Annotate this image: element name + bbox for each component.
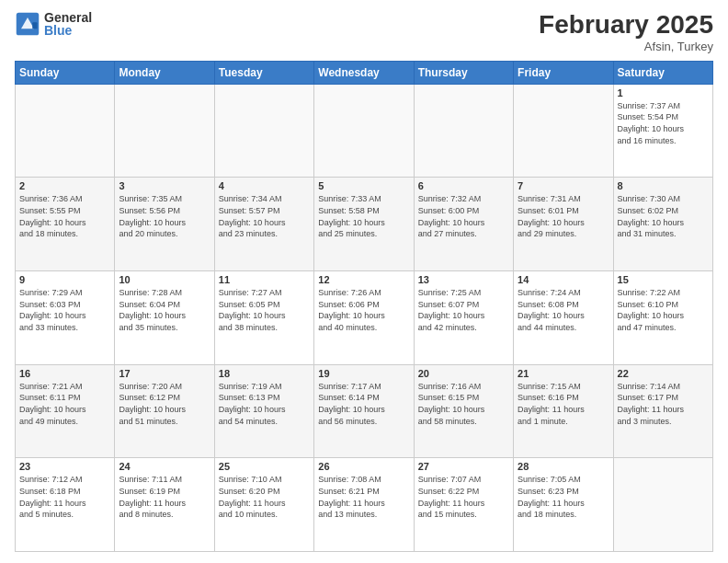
day-info: Sunrise: 7:26 AM Sunset: 6:06 PM Dayligh… (318, 287, 409, 333)
calendar-cell (115, 84, 214, 178)
weekday-header-thursday: Thursday (414, 61, 513, 84)
week-row-5: 23Sunrise: 7:12 AM Sunset: 6:18 PM Dayli… (16, 458, 713, 552)
day-info: Sunrise: 7:17 AM Sunset: 6:14 PM Dayligh… (318, 381, 409, 427)
calendar-cell: 23Sunrise: 7:12 AM Sunset: 6:18 PM Dayli… (16, 458, 115, 552)
day-info: Sunrise: 7:11 AM Sunset: 6:19 PM Dayligh… (119, 474, 210, 520)
week-row-2: 2Sunrise: 7:36 AM Sunset: 5:55 PM Daylig… (16, 178, 713, 271)
day-number: 11 (219, 274, 310, 285)
calendar-cell (613, 458, 712, 552)
location-subtitle: Afsin, Turkey (539, 40, 713, 53)
day-info: Sunrise: 7:27 AM Sunset: 6:05 PM Dayligh… (219, 287, 310, 333)
month-title: February 2025 (539, 11, 713, 40)
day-number: 26 (318, 461, 409, 472)
calendar-cell (514, 84, 613, 178)
calendar-cell: 21Sunrise: 7:15 AM Sunset: 6:16 PM Dayli… (514, 364, 613, 458)
calendar-cell: 6Sunrise: 7:32 AM Sunset: 6:00 PM Daylig… (414, 178, 513, 271)
day-info: Sunrise: 7:35 AM Sunset: 5:56 PM Dayligh… (119, 193, 210, 239)
calendar-cell: 14Sunrise: 7:24 AM Sunset: 6:08 PM Dayli… (514, 271, 613, 365)
logo-general-text: General (44, 11, 92, 24)
day-number: 1 (618, 87, 709, 98)
calendar-cell: 24Sunrise: 7:11 AM Sunset: 6:19 PM Dayli… (115, 458, 214, 552)
calendar-cell: 17Sunrise: 7:20 AM Sunset: 6:12 PM Dayli… (115, 364, 214, 458)
day-number: 27 (418, 461, 509, 472)
day-number: 8 (618, 180, 709, 191)
day-info: Sunrise: 7:33 AM Sunset: 5:58 PM Dayligh… (318, 193, 409, 239)
calendar-cell (314, 84, 414, 178)
calendar-cell: 18Sunrise: 7:19 AM Sunset: 6:13 PM Dayli… (214, 364, 313, 458)
calendar-cell: 8Sunrise: 7:30 AM Sunset: 6:02 PM Daylig… (613, 178, 712, 271)
day-number: 10 (119, 274, 210, 285)
day-number: 13 (418, 274, 509, 285)
day-info: Sunrise: 7:37 AM Sunset: 5:54 PM Dayligh… (618, 100, 709, 146)
day-number: 4 (219, 180, 310, 191)
day-info: Sunrise: 7:29 AM Sunset: 6:03 PM Dayligh… (19, 287, 110, 333)
logo-blue-text: Blue (44, 24, 92, 37)
week-row-4: 16Sunrise: 7:21 AM Sunset: 6:11 PM Dayli… (16, 364, 713, 458)
calendar-cell: 22Sunrise: 7:14 AM Sunset: 6:17 PM Dayli… (613, 364, 712, 458)
calendar-cell (214, 84, 313, 178)
day-number: 21 (518, 368, 609, 379)
page: General Blue February 2025 Afsin, Turkey… (0, 0, 728, 563)
weekday-header-monday: Monday (115, 61, 214, 84)
logo: General Blue (15, 11, 92, 37)
calendar-cell: 2Sunrise: 7:36 AM Sunset: 5:55 PM Daylig… (16, 178, 115, 271)
calendar-cell: 26Sunrise: 7:08 AM Sunset: 6:21 PM Dayli… (314, 458, 414, 552)
calendar-cell: 11Sunrise: 7:27 AM Sunset: 6:05 PM Dayli… (214, 271, 313, 365)
day-number: 16 (19, 368, 110, 379)
calendar-cell: 1Sunrise: 7:37 AM Sunset: 5:54 PM Daylig… (613, 84, 712, 178)
day-info: Sunrise: 7:05 AM Sunset: 6:23 PM Dayligh… (518, 474, 609, 520)
calendar-cell (16, 84, 115, 178)
calendar-cell: 12Sunrise: 7:26 AM Sunset: 6:06 PM Dayli… (314, 271, 414, 365)
calendar-table: SundayMondayTuesdayWednesdayThursdayFrid… (15, 61, 713, 552)
day-info: Sunrise: 7:16 AM Sunset: 6:15 PM Dayligh… (418, 381, 509, 427)
day-info: Sunrise: 7:24 AM Sunset: 6:08 PM Dayligh… (518, 287, 609, 333)
day-number: 12 (318, 274, 409, 285)
day-number: 14 (518, 274, 609, 285)
day-number: 20 (418, 368, 509, 379)
day-number: 6 (418, 180, 509, 191)
day-info: Sunrise: 7:32 AM Sunset: 6:00 PM Dayligh… (418, 193, 509, 239)
day-info: Sunrise: 7:19 AM Sunset: 6:13 PM Dayligh… (219, 381, 310, 427)
calendar-cell: 19Sunrise: 7:17 AM Sunset: 6:14 PM Dayli… (314, 364, 414, 458)
day-info: Sunrise: 7:25 AM Sunset: 6:07 PM Dayligh… (418, 287, 509, 333)
day-number: 7 (518, 180, 609, 191)
weekday-header-sunday: Sunday (16, 61, 115, 84)
day-number: 28 (518, 461, 609, 472)
day-number: 25 (219, 461, 310, 472)
weekday-header-tuesday: Tuesday (214, 61, 313, 84)
title-section: February 2025 Afsin, Turkey (539, 11, 713, 53)
calendar-cell: 10Sunrise: 7:28 AM Sunset: 6:04 PM Dayli… (115, 271, 214, 365)
svg-rect-2 (32, 22, 37, 29)
calendar-cell: 3Sunrise: 7:35 AM Sunset: 5:56 PM Daylig… (115, 178, 214, 271)
weekday-header-saturday: Saturday (613, 61, 712, 84)
calendar-cell: 9Sunrise: 7:29 AM Sunset: 6:03 PM Daylig… (16, 271, 115, 365)
day-info: Sunrise: 7:22 AM Sunset: 6:10 PM Dayligh… (618, 287, 709, 333)
calendar-cell: 5Sunrise: 7:33 AM Sunset: 5:58 PM Daylig… (314, 178, 414, 271)
day-number: 9 (19, 274, 110, 285)
day-number: 5 (318, 180, 409, 191)
calendar-cell: 16Sunrise: 7:21 AM Sunset: 6:11 PM Dayli… (16, 364, 115, 458)
weekday-header-row: SundayMondayTuesdayWednesdayThursdayFrid… (16, 61, 713, 84)
day-number: 2 (19, 180, 110, 191)
header: General Blue February 2025 Afsin, Turkey (15, 11, 713, 53)
day-info: Sunrise: 7:15 AM Sunset: 6:16 PM Dayligh… (518, 381, 609, 427)
day-info: Sunrise: 7:20 AM Sunset: 6:12 PM Dayligh… (119, 381, 210, 427)
calendar-cell (414, 84, 513, 178)
weekday-header-wednesday: Wednesday (314, 61, 414, 84)
day-number: 24 (119, 461, 210, 472)
week-row-1: 1Sunrise: 7:37 AM Sunset: 5:54 PM Daylig… (16, 84, 713, 178)
day-number: 17 (119, 368, 210, 379)
day-number: 23 (19, 461, 110, 472)
day-info: Sunrise: 7:08 AM Sunset: 6:21 PM Dayligh… (318, 474, 409, 520)
calendar-cell: 13Sunrise: 7:25 AM Sunset: 6:07 PM Dayli… (414, 271, 513, 365)
calendar-cell: 27Sunrise: 7:07 AM Sunset: 6:22 PM Dayli… (414, 458, 513, 552)
day-number: 3 (119, 180, 210, 191)
calendar-cell: 4Sunrise: 7:34 AM Sunset: 5:57 PM Daylig… (214, 178, 313, 271)
day-info: Sunrise: 7:12 AM Sunset: 6:18 PM Dayligh… (19, 474, 110, 520)
day-number: 19 (318, 368, 409, 379)
calendar-cell: 20Sunrise: 7:16 AM Sunset: 6:15 PM Dayli… (414, 364, 513, 458)
day-number: 15 (618, 274, 709, 285)
logo-text: General Blue (44, 11, 92, 37)
day-info: Sunrise: 7:10 AM Sunset: 6:20 PM Dayligh… (219, 474, 310, 520)
calendar-cell: 25Sunrise: 7:10 AM Sunset: 6:20 PM Dayli… (214, 458, 313, 552)
